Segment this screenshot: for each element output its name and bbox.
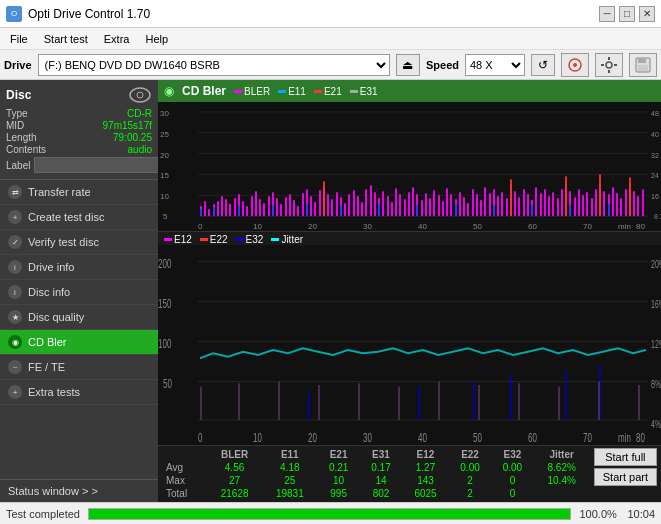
- col-e12: E12: [402, 448, 449, 461]
- statusbar: Test completed 100.0% 10:04: [0, 502, 661, 524]
- start-full-button[interactable]: Start full: [594, 448, 657, 466]
- svg-rect-145: [642, 189, 644, 216]
- settings-button[interactable]: [595, 53, 623, 77]
- svg-text:10: 10: [160, 192, 169, 201]
- jitter-label: Jitter: [281, 234, 303, 245]
- total-jitter: [534, 487, 590, 500]
- svg-rect-59: [276, 198, 278, 216]
- max-e11: 25: [262, 474, 317, 487]
- svg-rect-68: [314, 202, 316, 216]
- maximize-button[interactable]: □: [619, 6, 635, 22]
- svg-rect-113: [506, 198, 508, 216]
- drive-select[interactable]: (F:) BENQ DVD DD DW1640 BSRB: [38, 54, 390, 76]
- avg-e12: 1.27: [402, 461, 449, 474]
- speed-select[interactable]: 48 X: [465, 54, 525, 76]
- disc-info-icon: i: [8, 285, 22, 299]
- svg-rect-45: [217, 201, 219, 216]
- legend-e11: E11: [278, 86, 306, 97]
- label-input[interactable]: [34, 157, 163, 173]
- mid-key: MID: [6, 120, 24, 131]
- svg-rect-147: [213, 207, 215, 216]
- burn-button[interactable]: [561, 53, 589, 77]
- legend-e21: E21: [314, 86, 342, 97]
- legend-e32: E32: [236, 234, 264, 245]
- sidebar-item-drive-info[interactable]: i Drive info: [0, 255, 158, 280]
- minimize-button[interactable]: ─: [599, 6, 615, 22]
- svg-text:20: 20: [308, 222, 317, 231]
- svg-rect-120: [535, 187, 537, 216]
- max-e12: 143: [402, 474, 449, 487]
- menu-start-test[interactable]: Start test: [38, 31, 94, 47]
- avg-e31: 0.17: [360, 461, 402, 474]
- svg-rect-107: [480, 200, 482, 216]
- svg-rect-144: [637, 196, 639, 216]
- svg-rect-136: [603, 191, 605, 216]
- create-test-disc-icon: +: [8, 210, 22, 224]
- disc-panel-label: Disc: [6, 88, 31, 102]
- svg-rect-138: [612, 187, 614, 216]
- sidebar-item-fe-te[interactable]: ~ FE / TE: [0, 355, 158, 380]
- refresh-button[interactable]: ↺: [531, 54, 555, 76]
- menu-extra[interactable]: Extra: [98, 31, 136, 47]
- col-jitter: Jitter: [534, 448, 590, 461]
- svg-text:30: 30: [363, 430, 372, 445]
- table-row: Avg 4.56 4.18 0.21 0.17 1.27 0.00 0.00 8…: [162, 461, 590, 474]
- disc-icon: [128, 86, 152, 104]
- svg-rect-139: [616, 193, 618, 216]
- svg-rect-149: [272, 205, 274, 216]
- eject-button[interactable]: ⏏: [396, 54, 420, 76]
- svg-rect-80: [365, 189, 367, 216]
- svg-text:60: 60: [528, 222, 537, 231]
- top-chart-svg: 30 25 20 15 10 5 48 X 40 X 32 X 24 X 16 …: [158, 102, 661, 231]
- svg-rect-93: [421, 200, 423, 216]
- svg-rect-109: [489, 193, 491, 216]
- svg-text:16 X: 16 X: [651, 193, 661, 200]
- main-content: Disc Type CD-R MID 97m15s17f Length 79:0…: [0, 80, 661, 502]
- svg-rect-60: [280, 204, 282, 216]
- sidebar-item-disc-info[interactable]: i Disc info: [0, 280, 158, 305]
- svg-rect-88: [399, 194, 401, 216]
- svg-rect-205: [598, 382, 600, 420]
- status-window-button[interactable]: Status window > >: [0, 479, 158, 502]
- svg-text:25: 25: [160, 130, 169, 139]
- svg-rect-153: [416, 205, 418, 216]
- svg-rect-79: [361, 202, 363, 216]
- e12-label: E12: [174, 234, 192, 245]
- svg-rect-48: [229, 204, 231, 216]
- svg-rect-121: [540, 193, 542, 216]
- legend-bler: BLER: [234, 86, 270, 97]
- svg-text:50: 50: [473, 222, 482, 231]
- chart-title-icon: ◉: [164, 84, 174, 98]
- type-value: CD-R: [127, 108, 152, 119]
- titlebar-controls: ─ □ ✕: [599, 6, 655, 22]
- svg-rect-73: [336, 192, 338, 216]
- cd-bler-icon: ◉: [8, 335, 22, 349]
- progress-bar-container: [88, 508, 571, 520]
- menu-help[interactable]: Help: [139, 31, 174, 47]
- sidebar-item-transfer-rate[interactable]: ⇄ Transfer rate: [0, 180, 158, 205]
- start-part-button[interactable]: Start part: [594, 468, 657, 486]
- sidebar-item-disc-quality[interactable]: ★ Disc quality: [0, 305, 158, 330]
- sidebar-item-create-test-disc[interactable]: + Create test disc: [0, 205, 158, 230]
- close-button[interactable]: ✕: [639, 6, 655, 22]
- sidebar-item-extra-tests[interactable]: + Extra tests: [0, 380, 158, 405]
- extra-tests-label: Extra tests: [28, 386, 80, 398]
- svg-rect-77: [353, 190, 355, 216]
- svg-rect-197: [278, 382, 280, 420]
- menu-file[interactable]: File: [4, 31, 34, 47]
- sidebar-item-verify-test-disc[interactable]: ✓ Verify test disc: [0, 230, 158, 255]
- sidebar-menu: ⇄ Transfer rate + Create test disc ✓ Ver…: [0, 180, 158, 479]
- status-time: 10:04: [627, 508, 655, 520]
- svg-rect-133: [591, 198, 593, 216]
- svg-rect-94: [425, 193, 427, 216]
- svg-rect-6: [614, 64, 617, 66]
- save-button[interactable]: [629, 53, 657, 77]
- svg-rect-91: [412, 187, 414, 216]
- stats-table: BLER E11 E21 E31 E12 E22 E32 Jitter Avg: [162, 448, 590, 500]
- svg-rect-54: [255, 191, 257, 216]
- svg-rect-105: [472, 189, 474, 216]
- e31-label: E31: [360, 86, 378, 97]
- row-total-label: Total: [162, 487, 207, 500]
- svg-rect-193: [565, 370, 567, 420]
- sidebar-item-cd-bler[interactable]: ◉ CD Bler: [0, 330, 158, 355]
